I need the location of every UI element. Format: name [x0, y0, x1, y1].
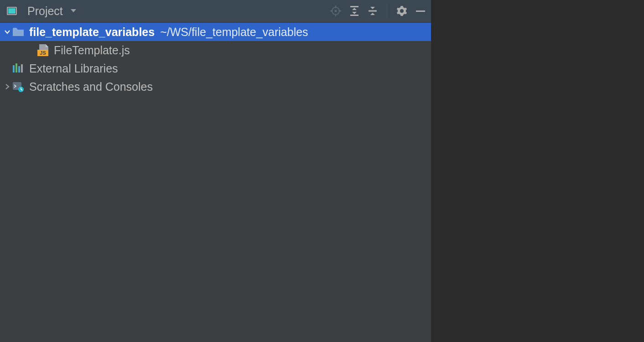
panel-toolbar [330, 4, 426, 18]
svg-rect-17 [18, 66, 20, 73]
project-panel-header: Project [0, 0, 431, 22]
svg-rect-18 [21, 64, 23, 73]
scratches-icon [12, 81, 25, 92]
svg-rect-16 [16, 63, 17, 73]
dropdown-arrow-icon [70, 9, 77, 13]
external-libraries-node[interactable]: External Libraries [0, 59, 431, 78]
svg-point-3 [335, 10, 337, 12]
svg-point-11 [400, 10, 404, 13]
project-tree[interactable]: file_template_variables ~/WS/file_templa… [0, 22, 431, 342]
chevron-down-icon[interactable] [3, 28, 12, 36]
svg-rect-15 [13, 65, 15, 73]
scratches-consoles-label: Scratches and Consoles [29, 80, 153, 93]
project-tool-window: Project [0, 0, 431, 342]
svg-rect-8 [350, 6, 358, 7]
tree-file-node[interactable]: JS FileTemplate.js [0, 41, 431, 59]
scratches-consoles-node[interactable]: Scratches and Consoles [0, 78, 431, 96]
collapse-all-icon[interactable] [368, 5, 378, 16]
svg-rect-9 [350, 15, 358, 16]
editor-area [431, 0, 644, 342]
svg-rect-12 [416, 10, 425, 12]
svg-text:JS: JS [40, 50, 46, 56]
gear-icon[interactable] [396, 5, 407, 16]
project-root-name: file_template_variables [29, 26, 155, 39]
project-root-node[interactable]: file_template_variables ~/WS/file_templa… [0, 23, 431, 41]
svg-rect-10 [369, 10, 377, 12]
chevron-right-icon[interactable] [3, 83, 12, 90]
project-root-path: ~/WS/file_template_variables [160, 26, 308, 39]
tree-file-label: FileTemplate.js [54, 44, 130, 57]
svg-rect-1 [8, 8, 16, 14]
project-view-selector[interactable]: Project [5, 5, 330, 18]
project-window-icon [5, 5, 18, 16]
toolbar-divider [387, 4, 387, 18]
locate-icon[interactable] [330, 5, 341, 16]
js-file-icon: JS [36, 44, 49, 56]
libraries-icon [12, 63, 25, 73]
minimize-icon[interactable] [415, 5, 426, 16]
external-libraries-label: External Libraries [29, 62, 118, 75]
expand-all-icon[interactable] [349, 5, 359, 16]
panel-title: Project [27, 5, 63, 18]
folder-icon [12, 27, 25, 37]
